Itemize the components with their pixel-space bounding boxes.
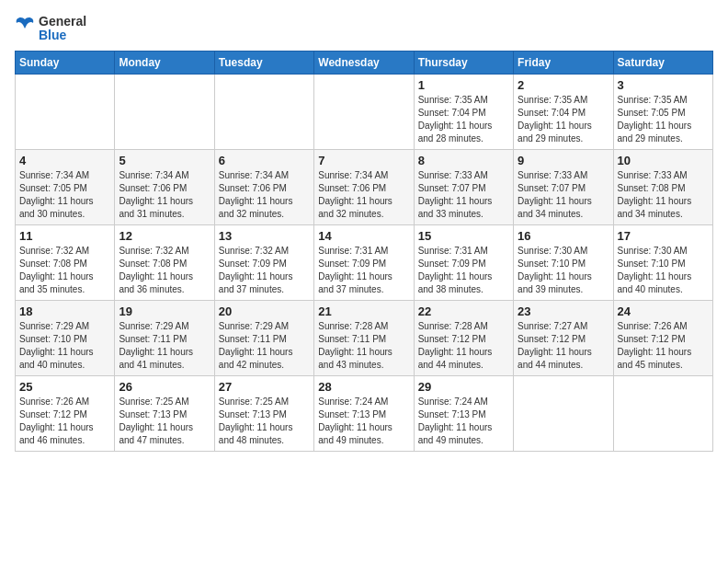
logo-bird-icon xyxy=(15,16,35,41)
day-number: 21 xyxy=(318,304,409,318)
week-row-1: 1Sunrise: 7:35 AM Sunset: 7:04 PM Daylig… xyxy=(16,74,713,149)
day-info: Sunrise: 7:29 AM Sunset: 7:11 PM Dayligh… xyxy=(219,320,310,372)
day-cell: 9Sunrise: 7:33 AM Sunset: 7:07 PM Daylig… xyxy=(514,149,613,224)
day-number: 18 xyxy=(19,304,110,318)
day-info: Sunrise: 7:34 AM Sunset: 7:05 PM Dayligh… xyxy=(19,169,110,221)
day-info: Sunrise: 7:30 AM Sunset: 7:10 PM Dayligh… xyxy=(618,245,709,296)
day-info: Sunrise: 7:33 AM Sunset: 7:07 PM Dayligh… xyxy=(518,169,609,221)
day-number: 8 xyxy=(418,154,509,167)
day-cell: 16Sunrise: 7:30 AM Sunset: 7:10 PM Dayli… xyxy=(514,224,613,300)
day-cell: 8Sunrise: 7:33 AM Sunset: 7:07 PM Daylig… xyxy=(414,149,513,224)
day-cell: 6Sunrise: 7:34 AM Sunset: 7:06 PM Daylig… xyxy=(214,149,313,224)
day-cell: 3Sunrise: 7:35 AM Sunset: 7:05 PM Daylig… xyxy=(613,74,712,149)
day-info: Sunrise: 7:31 AM Sunset: 7:09 PM Dayligh… xyxy=(318,245,409,296)
logo-blue: Blue xyxy=(39,29,86,42)
day-number: 25 xyxy=(19,380,110,394)
day-cell xyxy=(214,74,313,149)
header-cell-saturday: Saturday xyxy=(613,51,712,74)
day-info: Sunrise: 7:34 AM Sunset: 7:06 PM Dayligh… xyxy=(318,169,409,221)
day-cell xyxy=(115,74,214,149)
day-cell: 22Sunrise: 7:28 AM Sunset: 7:12 PM Dayli… xyxy=(414,300,513,375)
header-cell-thursday: Thursday xyxy=(414,51,513,74)
day-cell xyxy=(16,74,115,149)
day-number: 29 xyxy=(418,380,509,394)
day-number: 14 xyxy=(318,229,409,243)
day-number: 2 xyxy=(518,78,609,92)
day-cell xyxy=(314,74,414,149)
day-cell: 1Sunrise: 7:35 AM Sunset: 7:04 PM Daylig… xyxy=(414,74,513,149)
week-row-4: 18Sunrise: 7:29 AM Sunset: 7:10 PM Dayli… xyxy=(16,300,713,375)
day-number: 10 xyxy=(618,154,709,167)
day-cell: 7Sunrise: 7:34 AM Sunset: 7:06 PM Daylig… xyxy=(314,149,414,224)
logo-text: General Blue xyxy=(39,15,86,43)
day-number: 23 xyxy=(518,304,609,318)
day-cell: 25Sunrise: 7:26 AM Sunset: 7:12 PM Dayli… xyxy=(16,375,115,451)
day-cell: 18Sunrise: 7:29 AM Sunset: 7:10 PM Dayli… xyxy=(16,300,115,375)
day-number: 4 xyxy=(19,154,110,167)
header-row: SundayMondayTuesdayWednesdayThursdayFrid… xyxy=(16,51,713,74)
day-info: Sunrise: 7:32 AM Sunset: 7:08 PM Dayligh… xyxy=(19,245,110,296)
day-cell xyxy=(613,375,712,451)
day-number: 9 xyxy=(518,154,609,167)
day-info: Sunrise: 7:34 AM Sunset: 7:06 PM Dayligh… xyxy=(219,169,310,221)
day-number: 22 xyxy=(418,304,509,318)
day-number: 20 xyxy=(219,304,310,318)
day-cell: 4Sunrise: 7:34 AM Sunset: 7:05 PM Daylig… xyxy=(16,149,115,224)
day-number: 17 xyxy=(618,229,709,243)
header-cell-monday: Monday xyxy=(115,51,214,74)
day-cell: 19Sunrise: 7:29 AM Sunset: 7:11 PM Dayli… xyxy=(115,300,214,375)
day-info: Sunrise: 7:26 AM Sunset: 7:12 PM Dayligh… xyxy=(618,320,709,372)
day-number: 11 xyxy=(19,229,110,243)
page-header: General Blue xyxy=(15,15,713,43)
day-cell: 13Sunrise: 7:32 AM Sunset: 7:09 PM Dayli… xyxy=(214,224,313,300)
day-number: 26 xyxy=(119,380,210,394)
day-number: 5 xyxy=(119,154,210,167)
day-info: Sunrise: 7:24 AM Sunset: 7:13 PM Dayligh… xyxy=(418,396,509,447)
day-info: Sunrise: 7:29 AM Sunset: 7:11 PM Dayligh… xyxy=(119,320,210,372)
day-number: 7 xyxy=(318,154,409,167)
day-info: Sunrise: 7:28 AM Sunset: 7:11 PM Dayligh… xyxy=(318,320,409,372)
day-cell: 26Sunrise: 7:25 AM Sunset: 7:13 PM Dayli… xyxy=(115,375,214,451)
day-info: Sunrise: 7:34 AM Sunset: 7:06 PM Dayligh… xyxy=(119,169,210,221)
day-cell: 14Sunrise: 7:31 AM Sunset: 7:09 PM Dayli… xyxy=(314,224,414,300)
day-cell: 27Sunrise: 7:25 AM Sunset: 7:13 PM Dayli… xyxy=(214,375,313,451)
day-cell: 21Sunrise: 7:28 AM Sunset: 7:11 PM Dayli… xyxy=(314,300,414,375)
day-info: Sunrise: 7:29 AM Sunset: 7:10 PM Dayligh… xyxy=(19,320,110,372)
day-cell: 15Sunrise: 7:31 AM Sunset: 7:09 PM Dayli… xyxy=(414,224,513,300)
day-info: Sunrise: 7:27 AM Sunset: 7:12 PM Dayligh… xyxy=(518,320,609,372)
day-info: Sunrise: 7:25 AM Sunset: 7:13 PM Dayligh… xyxy=(219,396,310,447)
week-row-2: 4Sunrise: 7:34 AM Sunset: 7:05 PM Daylig… xyxy=(16,149,713,224)
header-cell-tuesday: Tuesday xyxy=(214,51,313,74)
day-number: 1 xyxy=(418,78,509,92)
header-cell-friday: Friday xyxy=(514,51,613,74)
day-info: Sunrise: 7:32 AM Sunset: 7:09 PM Dayligh… xyxy=(219,245,310,296)
day-info: Sunrise: 7:33 AM Sunset: 7:08 PM Dayligh… xyxy=(618,169,709,221)
day-number: 15 xyxy=(418,229,509,243)
day-cell: 28Sunrise: 7:24 AM Sunset: 7:13 PM Dayli… xyxy=(314,375,414,451)
header-cell-sunday: Sunday xyxy=(16,51,115,74)
day-cell: 17Sunrise: 7:30 AM Sunset: 7:10 PM Dayli… xyxy=(613,224,712,300)
day-cell: 2Sunrise: 7:35 AM Sunset: 7:04 PM Daylig… xyxy=(514,74,613,149)
day-cell: 12Sunrise: 7:32 AM Sunset: 7:08 PM Dayli… xyxy=(115,224,214,300)
calendar-table: SundayMondayTuesdayWednesdayThursdayFrid… xyxy=(15,51,713,452)
logo-general: General xyxy=(39,15,86,29)
day-info: Sunrise: 7:32 AM Sunset: 7:08 PM Dayligh… xyxy=(119,245,210,296)
day-number: 13 xyxy=(219,229,310,243)
logo: General Blue xyxy=(15,15,86,43)
calendar-header: SundayMondayTuesdayWednesdayThursdayFrid… xyxy=(16,51,713,74)
day-cell: 10Sunrise: 7:33 AM Sunset: 7:08 PM Dayli… xyxy=(613,149,712,224)
day-number: 3 xyxy=(618,78,709,92)
calendar-body: 1Sunrise: 7:35 AM Sunset: 7:04 PM Daylig… xyxy=(16,74,713,451)
day-info: Sunrise: 7:31 AM Sunset: 7:09 PM Dayligh… xyxy=(418,245,509,296)
day-info: Sunrise: 7:35 AM Sunset: 7:04 PM Dayligh… xyxy=(418,94,509,145)
day-cell xyxy=(514,375,613,451)
day-cell: 20Sunrise: 7:29 AM Sunset: 7:11 PM Dayli… xyxy=(214,300,313,375)
day-info: Sunrise: 7:33 AM Sunset: 7:07 PM Dayligh… xyxy=(418,169,509,221)
day-number: 19 xyxy=(119,304,210,318)
day-cell: 24Sunrise: 7:26 AM Sunset: 7:12 PM Dayli… xyxy=(613,300,712,375)
header-cell-wednesday: Wednesday xyxy=(314,51,414,74)
day-info: Sunrise: 7:25 AM Sunset: 7:13 PM Dayligh… xyxy=(119,396,210,447)
week-row-3: 11Sunrise: 7:32 AM Sunset: 7:08 PM Dayli… xyxy=(16,224,713,300)
day-cell: 11Sunrise: 7:32 AM Sunset: 7:08 PM Dayli… xyxy=(16,224,115,300)
day-info: Sunrise: 7:35 AM Sunset: 7:05 PM Dayligh… xyxy=(618,94,709,145)
